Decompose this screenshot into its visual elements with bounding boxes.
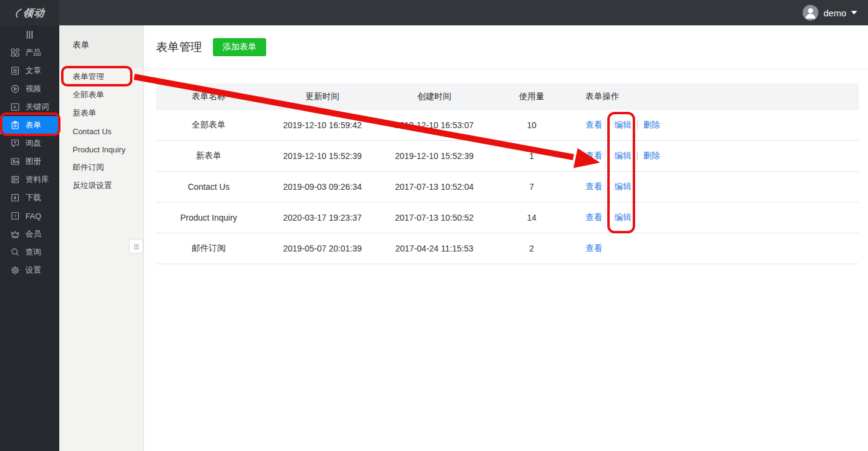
download-icon	[10, 193, 20, 203]
sidebar-item-form[interactable]: 表单	[0, 116, 59, 134]
form-actions-cell: 查看|编辑|删除	[578, 120, 859, 131]
action-separator: |	[607, 120, 610, 129]
created-time-cell: 2017-07-13 10:50:52	[383, 213, 485, 222]
sidebar-item-settings[interactable]: 设置	[0, 261, 59, 279]
form-actions-cell: 查看|编辑	[578, 181, 859, 192]
action-view-link[interactable]: 查看	[586, 151, 602, 160]
logo-text: 领动	[13, 6, 45, 20]
action-view-link[interactable]: 查看	[586, 243, 602, 253]
app-window: 领动 demo 产品文章视频K关键词表单¥询盘图册资料库下载?FAQ会员查询设置…	[0, 0, 868, 451]
logo: 领动	[0, 0, 59, 25]
logo-swoosh-icon	[14, 7, 23, 18]
member-icon	[10, 229, 20, 239]
svg-text:K: K	[13, 105, 17, 110]
sidebar-item-label: 图册	[25, 156, 41, 167]
sidebar-items: 产品文章视频K关键词表单¥询盘图册资料库下载?FAQ会员查询设置	[0, 44, 59, 279]
submenu-item-form-manage[interactable]: 表单管理	[59, 68, 143, 86]
sidebar-item-download[interactable]: 下载	[0, 189, 59, 207]
form-name-cell: 全部表单	[156, 120, 261, 131]
usage-count-cell: 7	[485, 182, 578, 192]
action-delete-link[interactable]: 删除	[643, 151, 660, 160]
sidebar: 产品文章视频K关键词表单¥询盘图册资料库下载?FAQ会员查询设置	[0, 25, 59, 451]
submenu-panel: 表单 表单管理全部表单新表单Contact UsProduct Inquiry邮…	[59, 25, 144, 451]
user-menu[interactable]: demo	[803, 5, 868, 21]
gallery-icon	[10, 157, 20, 166]
submenu-item-mail-subscribe[interactable]: 邮件订阅	[59, 158, 143, 177]
table-body: 全部表单2019-12-10 16:59:422019-12-10 16:53:…	[156, 110, 859, 264]
updated-time-cell: 2019-12-10 16:59:42	[261, 120, 383, 130]
form-name-cell: 邮件订阅	[156, 243, 261, 254]
sidebar-item-faq[interactable]: ?FAQ	[0, 207, 59, 225]
created-time-cell: 2019-12-10 15:52:39	[383, 151, 485, 161]
action-view-link[interactable]: 查看	[586, 181, 602, 191]
action-view-link[interactable]: 查看	[586, 212, 602, 222]
action-edit-link[interactable]: 编辑	[615, 151, 631, 160]
updated-time-cell: 2020-03-17 19:23:37	[261, 213, 383, 222]
action-separator: |	[607, 181, 610, 191]
table-row: 邮件订阅2019-05-07 20:01:392017-04-24 11:15:…	[156, 233, 859, 264]
sidebar-item-inquiry[interactable]: ¥询盘	[0, 134, 59, 152]
sidebar-item-library[interactable]: 资料库	[0, 170, 59, 189]
usage-count-cell: 14	[485, 213, 578, 222]
submenu-collapse-button[interactable]	[129, 239, 143, 254]
sidebar-item-label: 下载	[25, 192, 41, 203]
add-form-button[interactable]: 添加表单	[213, 38, 266, 56]
main-content: 表单管理 添加表单 表单名称更新时间创建时间使用量表单操作 全部表单2019-1…	[144, 25, 868, 451]
submenu-item-all-forms[interactable]: 全部表单	[59, 86, 143, 104]
action-edit-link[interactable]: 编辑	[615, 212, 631, 222]
sidebar-item-label: 表单	[25, 120, 41, 131]
sidebar-item-label: FAQ	[25, 212, 41, 221]
sidebar-item-label: 产品	[25, 47, 41, 58]
action-edit-link[interactable]: 编辑	[615, 120, 631, 129]
submenu-item-new-form[interactable]: 新表单	[59, 104, 143, 122]
form-actions-cell: 查看	[578, 243, 859, 254]
updated-time-cell: 2019-12-10 15:52:39	[261, 151, 383, 161]
sidebar-collapse-button[interactable]	[0, 25, 59, 44]
user-icon	[803, 5, 818, 21]
sidebar-item-keyword[interactable]: K关键词	[0, 98, 59, 116]
sidebar-item-member[interactable]: 会员	[0, 225, 59, 243]
form-actions-cell: 查看|编辑	[578, 212, 859, 223]
faq-icon: ?	[10, 211, 20, 221]
caret-down-icon	[851, 11, 857, 15]
titlebar: 表单管理 添加表单	[144, 25, 868, 70]
sidebar-item-label: 设置	[25, 265, 41, 276]
table-row: Contact Us2019-09-03 09:26:342017-07-13 …	[156, 172, 859, 203]
article-icon	[10, 66, 20, 76]
table-row: 全部表单2019-12-10 16:59:422019-12-10 16:53:…	[156, 110, 859, 141]
action-separator: |	[636, 151, 639, 160]
grid-icon	[10, 48, 20, 57]
sidebar-item-label: 文章	[25, 65, 41, 76]
submenu-item-contact-us[interactable]: Contact Us	[59, 122, 143, 140]
library-icon	[10, 175, 20, 184]
action-delete-link[interactable]: 删除	[643, 120, 660, 129]
created-time-cell: 2017-04-24 11:15:53	[383, 244, 485, 253]
action-separator: |	[607, 151, 610, 160]
usage-count-cell: 1	[485, 151, 578, 161]
sidebar-item-label: 会员	[25, 229, 41, 239]
action-edit-link[interactable]: 编辑	[615, 181, 631, 191]
usage-count-cell: 2	[485, 244, 578, 253]
sidebar-item-label: 查询	[25, 247, 41, 258]
action-view-link[interactable]: 查看	[586, 120, 602, 129]
topbar: 领动 demo	[0, 0, 868, 25]
form-icon	[10, 120, 20, 130]
submenu-items: 表单管理全部表单新表单Contact UsProduct Inquiry邮件订阅…	[59, 68, 143, 195]
sidebar-item-video[interactable]: 视频	[0, 80, 59, 98]
column-header: 创建时间	[383, 91, 485, 102]
form-name-cell: Contact Us	[156, 182, 261, 192]
table-row: 新表单2019-12-10 15:52:392019-12-10 15:52:3…	[156, 141, 859, 172]
column-header: 表单操作	[578, 91, 859, 102]
submenu-item-antispam-settings[interactable]: 反垃圾设置	[59, 177, 143, 195]
sidebar-item-search[interactable]: 查询	[0, 243, 59, 261]
sidebar-item-article[interactable]: 文章	[0, 62, 59, 80]
updated-time-cell: 2019-09-03 09:26:34	[261, 182, 383, 192]
keyword-icon: K	[10, 102, 20, 112]
sidebar-item-label: 询盘	[25, 138, 41, 149]
sidebar-item-gallery[interactable]: 图册	[0, 152, 59, 170]
form-actions-cell: 查看|编辑|删除	[578, 151, 859, 161]
sidebar-item-label: 视频	[25, 83, 41, 94]
submenu-item-product-inquiry[interactable]: Product Inquiry	[59, 140, 143, 158]
action-separator: |	[636, 120, 639, 129]
sidebar-item-grid[interactable]: 产品	[0, 44, 59, 62]
